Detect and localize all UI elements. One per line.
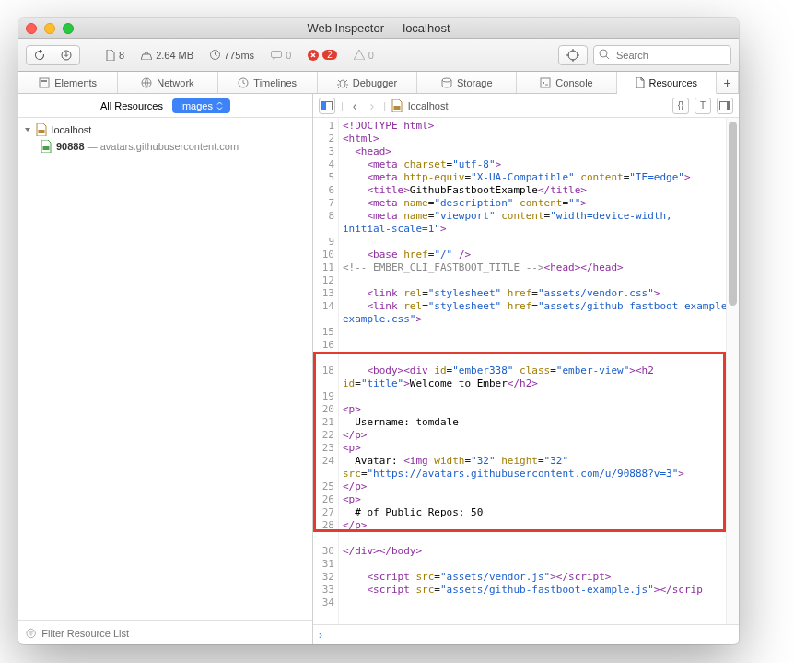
sidebar-icon [321, 101, 333, 110]
tab-resources[interactable]: Resources [617, 72, 717, 94]
toggle-details-button[interactable] [717, 98, 733, 114]
source-view[interactable]: 1234567891011121314151618192021222324252… [313, 118, 739, 624]
document-icon [106, 50, 115, 61]
resource-tree[interactable]: localhost 90888 — avatars.githubusercont… [18, 118, 312, 620]
type-icon: T [700, 100, 706, 110]
search-field[interactable] [593, 45, 731, 65]
log-count: 0 [265, 45, 297, 65]
main: All Resources Images localhost 90888 — a… [18, 94, 739, 644]
titlebar: Web Inspector — localhost [18, 18, 739, 39]
reload-icon [34, 50, 45, 61]
document-icon [636, 77, 645, 88]
tab-debugger[interactable]: Debugger [318, 72, 417, 93]
sidebar-head-label: All Resources [100, 100, 163, 111]
line-gutter: 1234567891011121314151618192021222324252… [313, 118, 339, 624]
console-icon [540, 77, 551, 88]
code-lines[interactable]: <!DOCTYPE html><html> <head> <meta chars… [339, 118, 739, 624]
toggle-sidebar-button[interactable] [319, 98, 335, 114]
breadcrumb[interactable]: localhost [408, 100, 448, 111]
tree-root[interactable]: localhost [24, 122, 307, 138]
svg-point-5 [600, 50, 607, 57]
error-icon [308, 50, 319, 61]
svg-rect-6 [40, 78, 49, 87]
tab-add[interactable]: + [717, 72, 739, 93]
crosshair-icon [566, 49, 579, 62]
clock-icon [238, 77, 249, 88]
doc-count: 8 [100, 45, 130, 65]
filter-input[interactable] [41, 628, 305, 639]
resource-filter-dropdown[interactable]: Images [172, 98, 230, 113]
toolbar: 8 2.64 MB 775ms 0 2 0 [18, 39, 739, 72]
scrollbar[interactable] [726, 118, 739, 624]
svg-rect-7 [41, 80, 47, 82]
network-icon [141, 77, 152, 88]
sidebar: All Resources Images localhost 90888 — a… [18, 94, 313, 644]
search-input[interactable] [593, 45, 731, 65]
tab-timelines[interactable]: Timelines [218, 72, 318, 93]
reload-button[interactable] [26, 45, 53, 65]
svg-point-4 [568, 51, 578, 60]
image-file-icon [41, 140, 52, 153]
tab-network[interactable]: Network [118, 72, 217, 93]
svg-point-11 [442, 78, 451, 82]
tab-console[interactable]: Console [517, 72, 616, 93]
nav-forward-button[interactable]: › [367, 98, 379, 113]
chevron-right-icon: › [319, 629, 322, 642]
svg-rect-17 [322, 101, 326, 110]
tab-elements[interactable]: Elements [18, 72, 118, 93]
content: | ‹ › | localhost {} T 12345678910111213… [313, 94, 739, 644]
message-icon [271, 51, 282, 60]
console-prompt[interactable]: › [313, 624, 739, 644]
weight-icon [141, 51, 152, 60]
warn-count: 0 [348, 45, 379, 65]
scroll-thumb[interactable] [729, 122, 737, 306]
tree-item[interactable]: 90888 — avatars.githubusercontent.com [41, 138, 307, 155]
tab-storage[interactable]: Storage [417, 72, 517, 93]
elements-icon [39, 77, 50, 88]
svg-point-10 [340, 80, 345, 87]
tabbar: Elements Network Timelines Debugger Stor… [18, 72, 739, 94]
download-icon [61, 50, 72, 61]
panel-right-icon [719, 101, 730, 110]
storage-icon [441, 77, 452, 88]
sidebar-head: All Resources Images [18, 94, 312, 118]
html-file-icon [391, 99, 403, 112]
search-icon [599, 49, 610, 60]
svg-rect-14 [43, 146, 50, 150]
svg-rect-12 [541, 78, 550, 87]
clock-icon [210, 50, 220, 60]
braces-icon: {} [678, 100, 684, 110]
transfer-size: 2.64 MB [135, 45, 199, 65]
svg-rect-18 [394, 106, 401, 110]
filter-bar [18, 620, 312, 644]
pretty-print-button[interactable]: {} [672, 98, 689, 114]
type-info-button[interactable]: T [695, 98, 711, 114]
bug-icon [337, 77, 348, 88]
inspector-window: Web Inspector — localhost 8 2.64 MB 775m… [18, 18, 739, 644]
filter-icon [26, 628, 36, 639]
svg-rect-20 [727, 101, 730, 110]
nav-back-button[interactable]: ‹ [349, 98, 361, 113]
window-title: Web Inspector — localhost [18, 21, 739, 35]
load-time: 775ms [204, 45, 260, 65]
download-button[interactable] [53, 45, 80, 65]
updown-icon [216, 101, 223, 110]
tree-root-label: localhost [52, 124, 91, 135]
element-picker-button[interactable] [558, 45, 588, 65]
svg-rect-2 [272, 51, 282, 57]
warning-icon [354, 50, 365, 60]
html-file-icon [36, 123, 47, 136]
error-count[interactable]: 2 [302, 45, 343, 65]
chevron-down-icon [24, 126, 31, 133]
content-head: | ‹ › | localhost {} T [313, 94, 739, 118]
svg-rect-13 [39, 130, 45, 133]
